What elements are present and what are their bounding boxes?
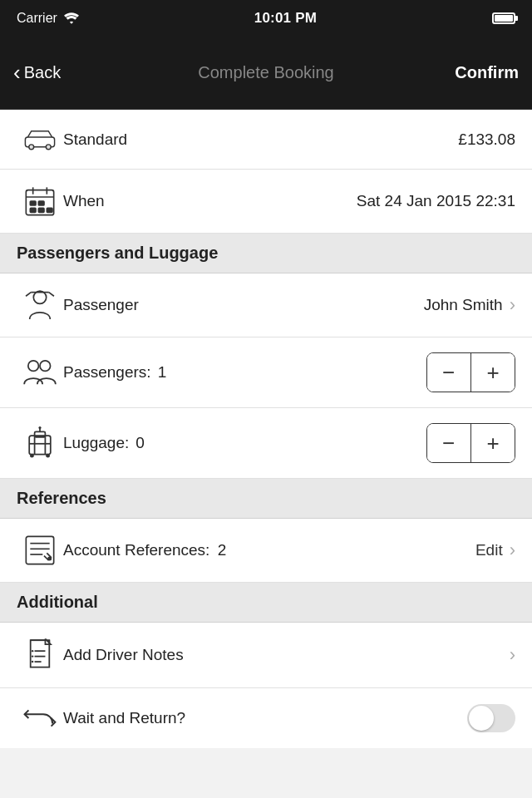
passenger-content: Passenger John Smith › [63, 294, 515, 316]
driver-notes-chevron-icon: › [510, 644, 515, 666]
edit-label[interactable]: Edit [475, 541, 503, 559]
content-area: Standard £133.08 When Sat 24 Jan 2015 22… [0, 110, 532, 748]
wait-return-content: Wait and Return? [63, 704, 515, 732]
svg-point-19 [40, 361, 51, 372]
status-bar: Carrier 10:01 PM [0, 0, 532, 37]
vehicle-content: Standard £133.08 [63, 131, 515, 149]
back-label: Back [24, 63, 61, 82]
wait-return-icon [23, 705, 57, 732]
passenger-label: Passenger [63, 296, 139, 314]
passengers-icon-area [17, 357, 63, 387]
passenger-icon [23, 288, 57, 322]
svg-point-40 [32, 661, 33, 663]
additional-label: Additional [17, 593, 98, 611]
driver-notes-icon [23, 638, 57, 672]
passenger-chevron-icon: › [510, 294, 515, 316]
when-datetime: Sat 24 Jan 2015 22:31 [357, 192, 515, 210]
luggage-count-number: 0 [135, 434, 160, 452]
passengers-luggage-label: Passengers and Luggage [17, 244, 218, 262]
svg-point-25 [30, 454, 34, 458]
luggage-plus-button[interactable]: + [471, 424, 515, 462]
nav-title: Complete Booking [96, 63, 436, 82]
toggle-knob [469, 706, 494, 731]
luggage-minus-button[interactable]: − [427, 424, 470, 462]
confirm-button[interactable]: Confirm [436, 63, 519, 82]
wait-return-toggle[interactable] [467, 704, 515, 732]
references-label: References [17, 489, 106, 507]
luggage-count-display: Luggage: 0 [63, 434, 160, 452]
luggage-count-content: Luggage: 0 − + [63, 423, 515, 463]
carrier-wifi: Carrier [17, 11, 79, 26]
battery-area [492, 12, 515, 24]
svg-rect-13 [47, 208, 52, 212]
passengers-count-display: Passengers: 1 [63, 363, 183, 382]
svg-point-18 [28, 361, 39, 372]
references-icon-area [17, 534, 63, 567]
passenger-name-area: John Smith › [424, 294, 515, 316]
passengers-count-content: Passengers: 1 − + [63, 352, 515, 392]
references-section: References [0, 479, 532, 519]
passenger-name: John Smith [424, 296, 503, 314]
svg-line-15 [26, 293, 31, 297]
svg-point-4 [47, 145, 50, 148]
passenger-icon-area [17, 288, 63, 322]
back-button[interactable]: ‹ Back [13, 63, 96, 83]
car-icon-area [17, 128, 63, 151]
calendar-icon-area [17, 185, 63, 218]
account-references-row[interactable]: Account References: 2 Edit › [0, 519, 532, 583]
svg-rect-11 [30, 208, 36, 212]
account-references-label: Account References: 2 [63, 541, 226, 559]
passengers-count-number: 1 [158, 363, 183, 382]
svg-rect-12 [38, 208, 44, 212]
vehicle-price: £133.08 [458, 131, 515, 149]
passengers-icon [22, 357, 58, 387]
passenger-row[interactable]: Passenger John Smith › [0, 273, 532, 337]
status-time: 10:01 PM [254, 10, 317, 27]
when-content: When Sat 24 Jan 2015 22:31 [63, 192, 515, 210]
driver-notes-icon-area [17, 638, 63, 672]
driver-notes-label: Add Driver Notes [63, 646, 184, 664]
passengers-count-label: Passengers: [63, 363, 151, 382]
nav-bar: ‹ Back Complete Booking Confirm [0, 37, 532, 110]
svg-rect-10 [38, 201, 44, 205]
wait-return-icon-area [17, 705, 63, 732]
carrier-label: Carrier [17, 11, 57, 26]
car-icon [22, 128, 58, 151]
driver-notes-content: Add Driver Notes › [63, 644, 515, 666]
battery-icon [492, 12, 515, 24]
additional-section: Additional [0, 583, 532, 623]
passengers-count-row: Passengers: 1 − + [0, 337, 532, 408]
passengers-plus-button[interactable]: + [471, 353, 515, 392]
passengers-stepper: − + [426, 352, 516, 392]
svg-rect-20 [29, 436, 51, 454]
wifi-icon [64, 12, 79, 24]
wait-return-label: Wait and Return? [63, 709, 185, 727]
references-icon [23, 534, 57, 567]
svg-point-33 [47, 557, 52, 561]
svg-rect-9 [30, 201, 36, 205]
vehicle-row: Standard £133.08 [0, 110, 532, 170]
references-content: Account References: 2 Edit › [63, 539, 515, 561]
svg-point-38 [32, 650, 33, 652]
back-chevron-icon: ‹ [13, 62, 21, 83]
vehicle-type: Standard [63, 131, 127, 149]
passengers-minus-button[interactable]: − [427, 353, 470, 392]
when-row: When Sat 24 Jan 2015 22:31 [0, 170, 532, 234]
luggage-stepper: − + [426, 423, 516, 463]
luggage-count-label: Luggage: [63, 434, 129, 452]
edit-area: Edit › [475, 539, 515, 561]
driver-notes-row[interactable]: Add Driver Notes › [0, 623, 532, 688]
svg-line-16 [49, 293, 54, 297]
luggage-icon-area [17, 426, 63, 460]
wait-return-row: Wait and Return? [0, 688, 532, 748]
luggage-count-row: Luggage: 0 − + [0, 408, 532, 479]
svg-point-39 [32, 655, 33, 657]
when-label: When [63, 192, 105, 210]
svg-point-28 [38, 426, 41, 429]
svg-point-26 [46, 454, 50, 458]
battery-fill [495, 15, 513, 22]
passengers-luggage-section: Passengers and Luggage [0, 234, 532, 273]
calendar-icon [23, 185, 57, 218]
references-chevron-icon: › [510, 539, 515, 561]
svg-point-3 [30, 145, 33, 148]
